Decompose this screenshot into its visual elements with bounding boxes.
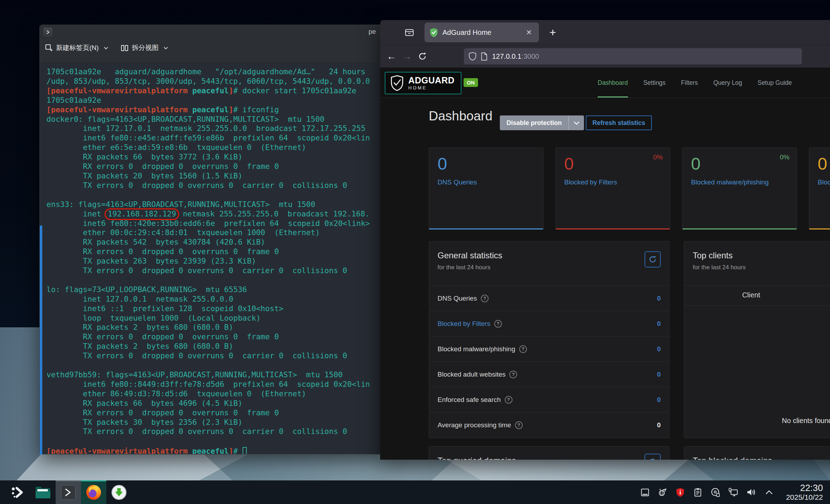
stat-card: 00%Blocked by Filters [555,147,670,229]
split-view-button[interactable]: 拆分视图 [121,43,168,52]
security-warning-icon[interactable] [675,487,685,497]
expand-tray-icon[interactable] [765,488,774,497]
taskbar-clock[interactable]: 22:30 2025/10/22 [786,483,823,502]
help-icon[interactable]: ? [481,295,489,302]
terminal-line: inet 127.0.0.1 netmask 255.0.0.0 [46,295,383,304]
file-manager-button[interactable] [30,480,56,504]
stats-row: Enforced safe search?0 [429,387,669,412]
terminal-line: 1705c01aa92e [46,96,383,105]
terminal-text: TX packets 263 bytes 23939 (23.3 KiB) [46,257,256,265]
system-tray: 22:30 2025/10/22 [640,483,830,502]
terminal-tab[interactable] [43,27,52,37]
adguard-nav-filters[interactable]: Filters [681,68,698,97]
terminal-line: RX packets 66 bytes 4696 (4.5 KiB) [46,399,383,408]
help-icon[interactable]: ? [494,320,502,328]
terminal-cursor [243,447,247,454]
url-bar[interactable]: 127.0.0.1:3000 [464,48,802,64]
stats-row: Blocked by Filters?0 [429,311,669,336]
terminal-text: ] [229,86,233,95]
stat-card-label[interactable]: Blocked malware/phishing [691,178,788,186]
terminal-scroll-marker[interactable] [40,226,42,455]
terminal-toolbar: + 新建标签页(N) 拆分视图 [45,43,168,52]
adguard-nav-dashboard[interactable]: Dashboard [598,68,628,97]
terminal-text: RX errors 0 dropped 0 overruns 0 frame 0 [46,408,279,417]
help-icon[interactable]: ? [519,345,527,353]
adguard-nav-query-log[interactable]: Query Log [713,68,742,97]
stat-card-label[interactable]: Blocked by Filters [564,178,661,186]
terminal-text: inet 172.17.0.1 netmask 255.255.0.0 broa… [46,124,365,133]
stats-row: DNS Queries?0 [429,285,669,311]
page-info-icon[interactable] [481,52,488,61]
stat-value: 0 [438,155,535,173]
refresh-icon-button[interactable] [644,251,661,267]
adguard-nav-setup-guide[interactable]: Setup Guide [757,68,792,97]
new-tab-label: 新建标签页(N) [56,43,99,52]
stat-card-label[interactable]: Blocked adult websites [818,178,830,186]
terminal-icon [61,485,76,500]
stat-card: 00%Blocked malware/phishing [682,147,797,229]
tracking-shield-icon[interactable] [469,52,476,61]
display-connect-icon[interactable] [728,487,738,497]
terminal-line: RX errors 0 dropped 0 overruns 0 frame 0 [46,162,383,171]
downloads-app-button[interactable] [106,480,132,504]
terminal-window: pe + 新建标签页(N) 拆分视图 1705c01aa92 [39,25,383,454]
help-icon[interactable]: ? [505,396,513,404]
terminal-line: inet6 fe80::420e:33b0:edd6:6e prefixlen … [46,219,383,228]
new-tab-button[interactable]: + 新建标签页(N) [45,43,108,52]
terminal-app-button[interactable] [56,480,81,504]
stat-card-label[interactable]: DNS Queries [438,178,535,186]
adguard-nav: DashboardSettingsFiltersQuery LogSetup G… [598,68,792,97]
refresh-icon-button[interactable] [644,454,661,460]
terminal-text: netmask 255.255.255.0 broadcast 192.168. [178,209,370,218]
disable-protection-button[interactable]: Disable protection [500,115,584,130]
desktop: pe + 新建标签页(N) 拆分视图 1705c01aa92 [0,0,830,504]
panel-header: Top clients for the last 24 hours [684,241,830,271]
terminal-text: RX errors 0 dropped 0 overruns 0 frame 0 [46,332,279,341]
url-text[interactable]: 127.0.0.1:3000 [492,52,539,61]
terminal-text: ether 00:0c:29:c4:8d:01 txqueuelen 1000 … [46,228,320,237]
panel-title: General statistics [438,251,661,260]
browser-tab-adguard[interactable]: AdGuard Home ✕ [425,23,539,42]
stats-row-label: Blocked malware/phishing [438,345,515,353]
volume-icon[interactable] [746,487,756,497]
window-preview-icon[interactable] [640,487,650,497]
terminal-line: RX packets 66 bytes 3772 (3.6 KiB) [46,152,383,162]
help-icon[interactable]: ? [509,371,517,378]
chevron-down-icon[interactable] [163,46,168,50]
app-launcher-button[interactable] [5,480,30,504]
tab-close-icon[interactable]: ✕ [524,27,534,37]
terminal-text: RX errors 0 dropped 0 overruns 0 frame 0 [46,162,279,171]
reload-button[interactable] [415,52,430,61]
help-icon[interactable]: ? [515,421,523,429]
network-globe-icon[interactable] [658,487,667,497]
prompt-icon [46,30,50,34]
launcher-icon [11,486,25,499]
clock-time: 22:30 [786,483,823,493]
terminal-line: inet6 ::1 prefixlen 128 scopeid 0x10<hos… [46,304,383,314]
adguard-nav-settings[interactable]: Settings [643,68,666,97]
stats-row-value: 0 [657,320,661,328]
adguard-logo[interactable]: ADGUARD HOME [385,72,461,94]
disc-icon[interactable] [711,487,720,497]
terminal-line: ether 86:49:d3:78:d5:d6 txqueuelen 0 (Et… [46,389,383,399]
terminal-line: RX errors 0 dropped 0 overruns 0 frame 0 [46,408,383,418]
refresh-statistics-button[interactable]: Refresh statistics [586,115,652,130]
new-tab-button[interactable]: + [547,27,559,38]
list-all-tabs-icon[interactable] [403,26,415,38]
disable-protection-caret[interactable] [568,115,584,130]
back-button[interactable]: ← [384,51,399,62]
terminal-line [46,361,383,370]
navigation-bar: ← → 127.0.0.1:3000 [380,45,830,68]
chevron-down-icon[interactable] [103,46,108,50]
terminal-line: TX errors 0 dropped 0 overruns 0 carrier… [46,351,383,361]
terminal-text: inet [46,209,106,218]
stats-row-label[interactable]: Blocked by Filters [438,320,490,328]
firefox-app-button[interactable] [81,480,106,504]
adguard-logo-text: ADGUARD HOME [408,76,454,90]
terminal-content[interactable]: 1705c01aa92e adguard/adguardhome "/opt/a… [40,63,383,454]
forward-button[interactable]: → [399,51,415,62]
clock-date: 2025/10/22 [786,493,823,502]
terminal-text: 1705c01aa92e adguard/adguardhome "/opt/a… [46,67,365,76]
terminal-text: # ifconfig [233,105,279,114]
clipboard-icon[interactable] [693,487,703,497]
